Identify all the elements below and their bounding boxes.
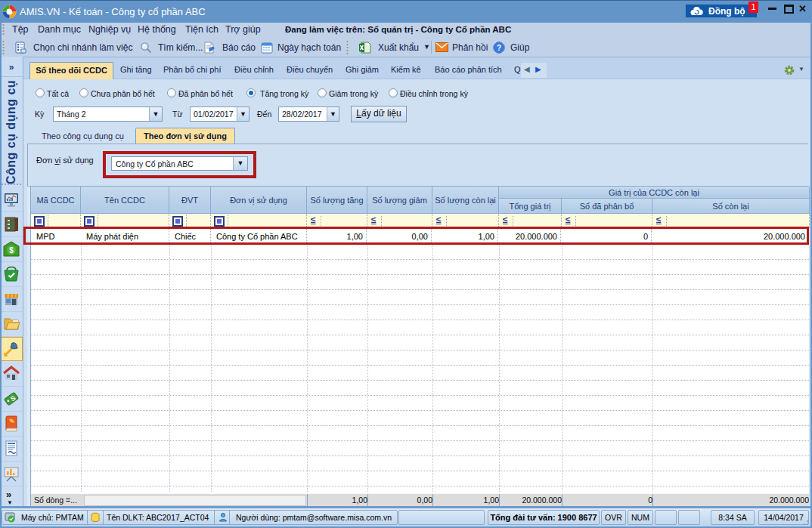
svg-text:$: $ bbox=[9, 246, 14, 255]
svg-text:?: ? bbox=[497, 44, 501, 52]
